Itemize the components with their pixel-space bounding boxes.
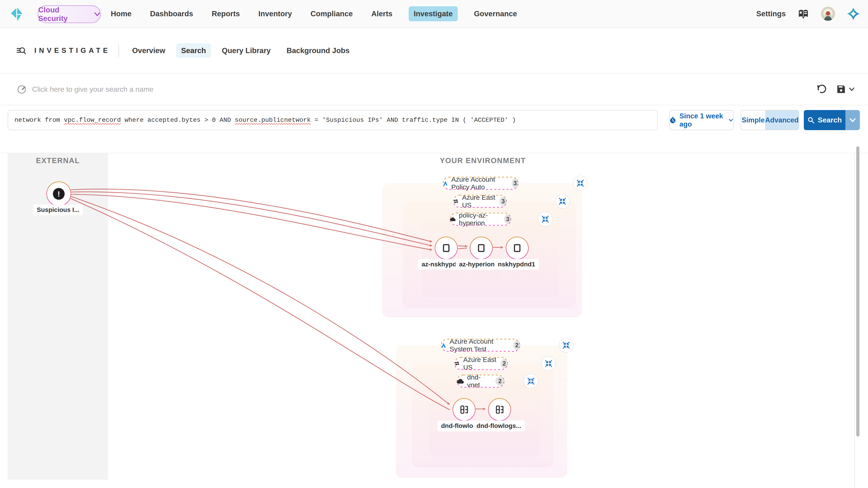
nav-item-alerts[interactable]: Alerts (369, 6, 395, 21)
tab-search[interactable]: Search (176, 43, 211, 58)
alert-exclamation-icon: ! (53, 188, 65, 200)
group1-vnet-pill[interactable]: policy-az-hyperion 3 (450, 213, 511, 226)
top-nav-items: Home Dashboards Reports Inventory Compli… (108, 0, 519, 28)
search-button[interactable]: Search (804, 110, 845, 130)
region-icon (454, 360, 460, 367)
flowlogs-icon (494, 404, 505, 415)
list-search-icon (16, 45, 26, 56)
search-name-field[interactable]: Click here to give your search a name (17, 74, 153, 105)
count-badge: 3 (504, 215, 511, 224)
query-text-flagged: vpc.flow_record (64, 117, 121, 124)
count-badge: 2 (513, 340, 520, 350)
search-options-caret[interactable] (845, 110, 860, 130)
chevron-down-icon (849, 88, 855, 91)
node-flowlogs[interactable] (453, 398, 475, 421)
nav-item-compliance[interactable]: Compliance (308, 6, 355, 21)
settings-link[interactable]: Settings (756, 9, 786, 18)
group2-account-pill[interactable]: Azure Account System Test 2 (441, 339, 520, 352)
count-badge: 2 (501, 359, 508, 368)
undo-icon[interactable] (816, 84, 827, 95)
azure-icon (441, 341, 446, 349)
product-spark-logo[interactable] (847, 7, 860, 20)
investigate-tabs: Overview Search Query Library Background… (127, 43, 354, 58)
graph-top-border (0, 153, 868, 153)
cloud-icon (457, 378, 464, 385)
docs-book-icon[interactable] (798, 8, 809, 20)
nav-item-governance[interactable]: Governance (472, 6, 520, 21)
vm-icon (512, 243, 522, 253)
logo-shape (11, 8, 16, 18)
tab-query-library[interactable]: Query Library (217, 43, 276, 58)
node-vm[interactable] (506, 236, 529, 260)
investigate-bar: INVESTIGATE Overview Search Query Librar… (16, 28, 354, 73)
node-vm[interactable] (435, 236, 458, 260)
nav-item-dashboards[interactable]: Dashboards (148, 6, 195, 21)
cloud-icon (450, 216, 456, 223)
search-button-label: Search (818, 116, 842, 124)
query-mode-toggle: Simple Advanced (741, 110, 799, 130)
group2-vnet-box (429, 381, 540, 456)
group1-region-pill[interactable]: Azure East US 3 (453, 195, 507, 208)
external-title: EXTERNAL (36, 156, 80, 165)
collapse-icon[interactable] (524, 374, 538, 389)
module-switcher[interactable]: Cloud Security (38, 5, 101, 23)
query-text: where accepted.bytes > 0 AND (121, 117, 235, 124)
collapse-icon[interactable] (538, 212, 553, 227)
nav-item-investigate[interactable]: Investigate (409, 6, 458, 21)
search-split-button: Search (804, 110, 860, 130)
tab-background-jobs[interactable]: Background Jobs (282, 43, 355, 58)
mode-simple[interactable]: Simple (741, 110, 765, 130)
node-label: dnd-flowlogs... (473, 420, 525, 431)
time-range-button[interactable]: Since 1 week ago (669, 110, 734, 130)
node-suspicious-ips[interactable]: ! (46, 182, 71, 206)
chevron-down-icon (850, 118, 856, 122)
save-icon (836, 84, 846, 94)
save-menu[interactable] (836, 84, 855, 94)
node-label: nskhypdnd1 (494, 259, 539, 270)
group2-region-pill[interactable]: Azure East US 2 (454, 357, 508, 370)
nav-right-cluster: Settings (756, 0, 860, 28)
node-flowlogs[interactable] (488, 398, 511, 421)
group2-vnet-pill[interactable]: dnd-vnet 2 (457, 375, 504, 388)
collapse-icon[interactable] (555, 194, 570, 209)
group-label: dnd-vnet (467, 373, 492, 389)
collapse-icon[interactable] (573, 176, 588, 191)
region-icon (453, 197, 459, 205)
group-label: Azure Account System Test (450, 337, 510, 353)
query-text-flagged: source.publicnetwork (235, 117, 311, 124)
node-label: Suspicious I... (33, 204, 83, 215)
query-text: = 'Suspicious IPs' AND traffic.type IN (… (311, 117, 516, 124)
query-input[interactable]: network from vpc.flow_record where accep… (8, 110, 658, 130)
section-title: INVESTIGATE (34, 46, 110, 55)
vm-icon (476, 243, 486, 253)
count-badge: 3 (512, 178, 519, 188)
flowlogs-icon (459, 404, 469, 415)
group-label: Azure East US (463, 356, 497, 371)
collapse-icon[interactable] (559, 338, 574, 353)
chevron-down-icon (94, 12, 100, 16)
group1-account-pill[interactable]: Azure Account Policy Auto 3 (442, 177, 519, 190)
user-avatar[interactable] (821, 7, 835, 21)
nav-item-reports[interactable]: Reports (209, 6, 242, 21)
module-switcher-label: Cloud Security (38, 6, 91, 23)
group-label: policy-az-hyperion (459, 212, 501, 227)
environment-title: YOUR ENVIRONMENT (440, 156, 526, 165)
chevron-down-icon (729, 119, 733, 122)
vm-icon (441, 243, 451, 253)
mode-advanced[interactable]: Advanced (765, 110, 799, 130)
tab-overview[interactable]: Overview (127, 43, 170, 58)
query-text: network from (14, 117, 64, 124)
name-row-actions (816, 74, 855, 105)
panel-right-edge (855, 153, 855, 488)
node-vm[interactable] (470, 236, 493, 260)
app-logo[interactable] (10, 6, 24, 22)
nav-item-home[interactable]: Home (108, 6, 134, 21)
azure-icon (442, 180, 448, 187)
search-icon (807, 117, 815, 124)
search-name-placeholder: Click here to give your search a name (32, 85, 153, 94)
nav-item-inventory[interactable]: Inventory (256, 6, 294, 21)
edit-pencil-icon (17, 84, 27, 94)
divider (119, 44, 119, 57)
vertical-scrollbar[interactable] (856, 147, 860, 436)
collapse-icon[interactable] (541, 356, 556, 371)
